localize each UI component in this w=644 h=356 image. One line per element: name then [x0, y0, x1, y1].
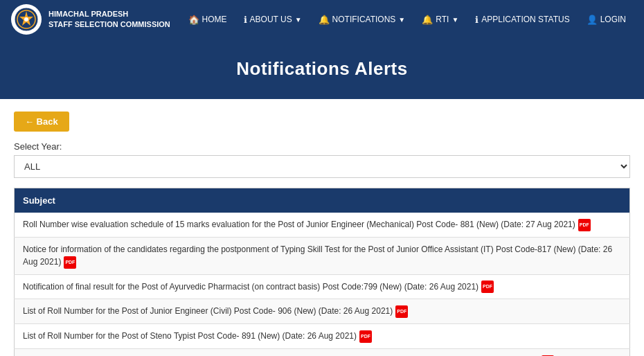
notification-cell[interactable]: List of Roll Number for the Post of Juni… — [15, 299, 630, 324]
page-title: Notifications Alerts — [11, 58, 633, 80]
notification-cell[interactable]: Notification of final result for the Pos… — [15, 274, 630, 299]
table-row: Roll Number wise evaluation schedule of … — [15, 213, 630, 237]
notification-cell[interactable]: Notice for information of the candidates… — [15, 237, 630, 274]
logo-text: HIMACHAL PRADESH STAFF SELECTION COMMISS… — [48, 9, 170, 30]
notification-text: Roll Number wise evaluation schedule of … — [23, 220, 575, 229]
rti-bell-icon: 🔔 — [422, 15, 433, 25]
site-header: HIMACHAL PRADESH STAFF SELECTION COMMISS… — [0, 0, 644, 39]
notification-cell[interactable]: Roll Number wise evaluation schedule of … — [15, 349, 630, 356]
nav-home[interactable]: 🏠 HOME — [181, 10, 234, 29]
notification-text: Notice for information of the candidates… — [23, 244, 612, 267]
notification-text: List of Roll Number for the Post of Sten… — [23, 331, 357, 341]
table-header-subject: Subject — [15, 188, 630, 213]
table-row: Roll Number wise evaluation schedule of … — [15, 349, 630, 356]
nav-login[interactable]: 👤 LOGIN — [580, 10, 633, 29]
pdf-icon[interactable]: PDF — [359, 330, 372, 343]
notification-text: List of Roll Number for the Post of Juni… — [23, 306, 393, 316]
notification-text: Notification of final result for the Pos… — [23, 282, 478, 292]
about-caret-icon: ▼ — [295, 16, 302, 24]
home-icon: 🏠 — [188, 15, 199, 25]
nav-notifications[interactable]: 🔔 NOTIFICATIONS ▼ — [312, 10, 413, 29]
main-nav: 🏠 HOME ℹ ABOUT US ▼ 🔔 NOTIFICATIONS ▼ 🔔 … — [181, 10, 633, 29]
user-icon: 👤 — [587, 15, 598, 25]
table-row: Notice for information of the candidates… — [15, 237, 630, 274]
pdf-icon[interactable]: PDF — [481, 281, 494, 293]
year-select[interactable]: ALL 2021 2020 2019 2018 — [14, 155, 630, 178]
notifications-table: Subject Roll Number wise evaluation sche… — [14, 188, 630, 356]
notification-cell[interactable]: Roll Number wise evaluation schedule of … — [15, 213, 630, 237]
svg-point-3 — [24, 17, 28, 21]
table-row: Notification of final result for the Pos… — [15, 274, 630, 299]
app-status-icon: ℹ — [475, 15, 478, 25]
info-icon: ℹ — [244, 15, 247, 25]
logo-circle — [11, 4, 42, 35]
logo-area: HIMACHAL PRADESH STAFF SELECTION COMMISS… — [11, 4, 170, 35]
table-row: List of Roll Number for the Post of Sten… — [15, 324, 630, 349]
back-button[interactable]: ← Back — [14, 112, 69, 132]
rti-caret-icon: ▼ — [451, 16, 458, 24]
pdf-icon[interactable]: PDF — [578, 219, 591, 231]
nav-rti[interactable]: 🔔 RTI ▼ — [415, 10, 465, 29]
table-row: List of Roll Number for the Post of Juni… — [15, 299, 630, 324]
page-title-banner: Notifications Alerts — [0, 39, 644, 99]
pdf-icon[interactable]: PDF — [64, 256, 76, 269]
select-year-label: Select Year: — [14, 141, 630, 152]
nav-about-us[interactable]: ℹ ABOUT US ▼ — [237, 10, 309, 29]
notification-cell[interactable]: List of Roll Number for the Post of Sten… — [15, 324, 630, 349]
notifications-caret-icon: ▼ — [398, 16, 405, 24]
pdf-icon[interactable]: PDF — [395, 305, 408, 318]
nav-application-status[interactable]: ℹ APPLICATION STATUS — [468, 10, 576, 29]
bell-icon: 🔔 — [319, 15, 330, 25]
main-content: ← Back Select Year: ALL 2021 2020 2019 2… — [0, 99, 644, 356]
